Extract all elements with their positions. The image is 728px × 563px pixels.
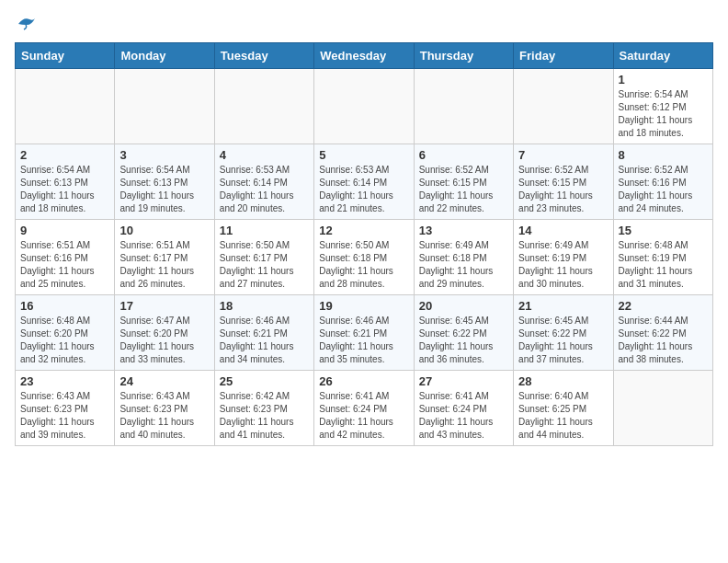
calendar-cell: 22Sunrise: 6:44 AM Sunset: 6:22 PM Dayli… bbox=[613, 295, 712, 371]
day-number: 21 bbox=[518, 299, 608, 313]
day-info: Sunrise: 6:52 AM Sunset: 6:15 PM Dayligh… bbox=[518, 164, 608, 215]
calendar-cell: 21Sunrise: 6:45 AM Sunset: 6:22 PM Dayli… bbox=[514, 295, 613, 371]
calendar-cell: 17Sunrise: 6:47 AM Sunset: 6:20 PM Dayli… bbox=[115, 295, 214, 371]
day-info: Sunrise: 6:45 AM Sunset: 6:22 PM Dayligh… bbox=[419, 315, 508, 366]
day-number: 18 bbox=[220, 299, 309, 313]
calendar-cell: 5Sunrise: 6:53 AM Sunset: 6:14 PM Daylig… bbox=[314, 144, 414, 220]
day-number: 7 bbox=[518, 148, 608, 162]
calendar-cell: 7Sunrise: 6:52 AM Sunset: 6:15 PM Daylig… bbox=[514, 144, 613, 220]
calendar-cell: 6Sunrise: 6:52 AM Sunset: 6:15 PM Daylig… bbox=[414, 144, 513, 220]
day-number: 11 bbox=[220, 224, 309, 237]
day-number: 2 bbox=[20, 148, 109, 162]
day-info: Sunrise: 6:48 AM Sunset: 6:20 PM Dayligh… bbox=[20, 315, 109, 366]
calendar-cell: 3Sunrise: 6:54 AM Sunset: 6:13 PM Daylig… bbox=[115, 144, 214, 220]
day-info: Sunrise: 6:51 AM Sunset: 6:17 PM Dayligh… bbox=[119, 239, 209, 291]
page-header bbox=[15, 15, 713, 31]
day-info: Sunrise: 6:54 AM Sunset: 6:13 PM Dayligh… bbox=[119, 164, 209, 215]
day-info: Sunrise: 6:49 AM Sunset: 6:19 PM Dayligh… bbox=[518, 239, 608, 291]
calendar-week-row: 9Sunrise: 6:51 AM Sunset: 6:16 PM Daylig… bbox=[16, 220, 713, 295]
calendar-cell: 10Sunrise: 6:51 AM Sunset: 6:17 PM Dayli… bbox=[115, 220, 214, 295]
calendar-cell: 15Sunrise: 6:48 AM Sunset: 6:19 PM Dayli… bbox=[613, 220, 712, 295]
calendar-cell bbox=[514, 69, 613, 144]
day-number: 9 bbox=[20, 224, 109, 237]
day-number: 20 bbox=[419, 299, 508, 313]
day-info: Sunrise: 6:43 AM Sunset: 6:23 PM Dayligh… bbox=[20, 390, 109, 442]
day-info: Sunrise: 6:54 AM Sunset: 6:13 PM Dayligh… bbox=[20, 164, 109, 215]
weekday-header-thursday: Thursday bbox=[414, 43, 513, 69]
day-number: 16 bbox=[20, 299, 109, 313]
day-info: Sunrise: 6:46 AM Sunset: 6:21 PM Dayligh… bbox=[220, 315, 309, 366]
calendar-cell: 4Sunrise: 6:53 AM Sunset: 6:14 PM Daylig… bbox=[214, 144, 313, 220]
calendar-cell: 12Sunrise: 6:50 AM Sunset: 6:18 PM Dayli… bbox=[314, 220, 414, 295]
calendar-week-row: 16Sunrise: 6:48 AM Sunset: 6:20 PM Dayli… bbox=[16, 295, 713, 371]
day-info: Sunrise: 6:45 AM Sunset: 6:22 PM Dayligh… bbox=[518, 315, 608, 366]
calendar-cell: 25Sunrise: 6:42 AM Sunset: 6:23 PM Dayli… bbox=[214, 371, 313, 446]
day-info: Sunrise: 6:50 AM Sunset: 6:17 PM Dayligh… bbox=[220, 239, 309, 291]
calendar-cell: 19Sunrise: 6:46 AM Sunset: 6:21 PM Dayli… bbox=[314, 295, 414, 371]
day-info: Sunrise: 6:51 AM Sunset: 6:16 PM Dayligh… bbox=[20, 239, 109, 291]
day-number: 24 bbox=[119, 374, 209, 388]
calendar-cell: 13Sunrise: 6:49 AM Sunset: 6:18 PM Dayli… bbox=[414, 220, 513, 295]
day-number: 5 bbox=[319, 148, 408, 162]
day-number: 22 bbox=[619, 299, 708, 313]
calendar-cell: 9Sunrise: 6:51 AM Sunset: 6:16 PM Daylig… bbox=[16, 220, 115, 295]
day-number: 28 bbox=[518, 374, 608, 388]
day-info: Sunrise: 6:52 AM Sunset: 6:15 PM Dayligh… bbox=[419, 164, 508, 215]
day-number: 15 bbox=[619, 224, 708, 237]
logo bbox=[15, 15, 37, 31]
calendar-cell: 24Sunrise: 6:43 AM Sunset: 6:23 PM Dayli… bbox=[115, 371, 214, 446]
day-number: 13 bbox=[419, 224, 508, 237]
day-info: Sunrise: 6:53 AM Sunset: 6:14 PM Dayligh… bbox=[220, 164, 309, 215]
calendar-cell: 2Sunrise: 6:54 AM Sunset: 6:13 PM Daylig… bbox=[16, 144, 115, 220]
day-info: Sunrise: 6:54 AM Sunset: 6:12 PM Dayligh… bbox=[619, 88, 708, 140]
calendar-cell bbox=[414, 69, 513, 144]
day-info: Sunrise: 6:47 AM Sunset: 6:20 PM Dayligh… bbox=[119, 315, 209, 366]
day-number: 6 bbox=[419, 148, 508, 162]
day-number: 1 bbox=[619, 73, 708, 86]
calendar-week-row: 23Sunrise: 6:43 AM Sunset: 6:23 PM Dayli… bbox=[16, 371, 713, 446]
calendar-cell: 23Sunrise: 6:43 AM Sunset: 6:23 PM Dayli… bbox=[16, 371, 115, 446]
calendar-week-row: 2Sunrise: 6:54 AM Sunset: 6:13 PM Daylig… bbox=[16, 144, 713, 220]
weekday-header-monday: Monday bbox=[115, 43, 214, 69]
calendar-week-row: 1Sunrise: 6:54 AM Sunset: 6:12 PM Daylig… bbox=[16, 69, 713, 144]
calendar-cell: 18Sunrise: 6:46 AM Sunset: 6:21 PM Dayli… bbox=[214, 295, 313, 371]
weekday-header-saturday: Saturday bbox=[613, 43, 712, 69]
day-info: Sunrise: 6:50 AM Sunset: 6:18 PM Dayligh… bbox=[319, 239, 408, 291]
calendar-cell: 14Sunrise: 6:49 AM Sunset: 6:19 PM Dayli… bbox=[514, 220, 613, 295]
day-number: 19 bbox=[319, 299, 408, 313]
day-number: 27 bbox=[419, 374, 508, 388]
calendar-cell: 11Sunrise: 6:50 AM Sunset: 6:17 PM Dayli… bbox=[214, 220, 313, 295]
calendar-cell bbox=[613, 371, 712, 446]
logo-bird-icon bbox=[17, 15, 37, 31]
day-number: 10 bbox=[119, 224, 209, 237]
day-number: 12 bbox=[319, 224, 408, 237]
day-info: Sunrise: 6:52 AM Sunset: 6:16 PM Dayligh… bbox=[619, 164, 708, 215]
weekday-header-friday: Friday bbox=[514, 43, 613, 69]
day-number: 8 bbox=[619, 148, 708, 162]
calendar-cell: 28Sunrise: 6:40 AM Sunset: 6:25 PM Dayli… bbox=[514, 371, 613, 446]
calendar-cell bbox=[314, 69, 414, 144]
day-info: Sunrise: 6:41 AM Sunset: 6:24 PM Dayligh… bbox=[419, 390, 508, 442]
day-info: Sunrise: 6:46 AM Sunset: 6:21 PM Dayligh… bbox=[319, 315, 408, 366]
calendar-cell bbox=[214, 69, 313, 144]
day-info: Sunrise: 6:43 AM Sunset: 6:23 PM Dayligh… bbox=[119, 390, 209, 442]
calendar-cell: 26Sunrise: 6:41 AM Sunset: 6:24 PM Dayli… bbox=[314, 371, 414, 446]
day-number: 3 bbox=[119, 148, 209, 162]
calendar-header-row: SundayMondayTuesdayWednesdayThursdayFrid… bbox=[16, 43, 713, 69]
calendar-cell: 27Sunrise: 6:41 AM Sunset: 6:24 PM Dayli… bbox=[414, 371, 513, 446]
weekday-header-sunday: Sunday bbox=[16, 43, 115, 69]
day-number: 4 bbox=[220, 148, 309, 162]
calendar-cell bbox=[16, 69, 115, 144]
day-info: Sunrise: 6:53 AM Sunset: 6:14 PM Dayligh… bbox=[319, 164, 408, 215]
day-number: 14 bbox=[518, 224, 608, 237]
day-number: 23 bbox=[20, 374, 109, 388]
day-number: 17 bbox=[119, 299, 209, 313]
calendar-cell: 1Sunrise: 6:54 AM Sunset: 6:12 PM Daylig… bbox=[613, 69, 712, 144]
weekday-header-tuesday: Tuesday bbox=[214, 43, 313, 69]
calendar-cell: 8Sunrise: 6:52 AM Sunset: 6:16 PM Daylig… bbox=[613, 144, 712, 220]
day-info: Sunrise: 6:44 AM Sunset: 6:22 PM Dayligh… bbox=[619, 315, 708, 366]
day-number: 25 bbox=[220, 374, 309, 388]
calendar-table: SundayMondayTuesdayWednesdayThursdayFrid… bbox=[15, 42, 713, 446]
day-info: Sunrise: 6:42 AM Sunset: 6:23 PM Dayligh… bbox=[220, 390, 309, 442]
day-info: Sunrise: 6:40 AM Sunset: 6:25 PM Dayligh… bbox=[518, 390, 608, 442]
